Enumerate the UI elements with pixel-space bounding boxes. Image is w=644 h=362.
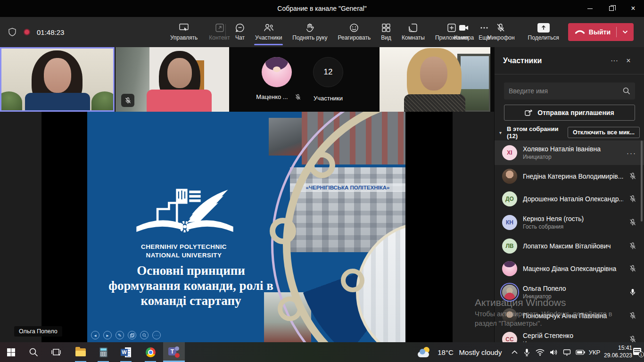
search-input[interactable] — [509, 87, 623, 95]
task-view-icon — [51, 348, 61, 356]
panel-close-icon[interactable]: × — [621, 57, 636, 65]
share-tray-icon — [537, 23, 550, 33]
participants-count: 12 — [324, 67, 333, 77]
participant-name: Маценко ... — [256, 93, 288, 100]
previous-slide-button[interactable]: ◂ — [91, 331, 99, 339]
weather-icon[interactable] — [417, 342, 433, 362]
language-indicator[interactable]: УКР — [586, 342, 603, 362]
close-button[interactable]: × — [622, 0, 644, 17]
mute-all-button[interactable]: Отключить все мик... — [568, 127, 640, 138]
calculator-button[interactable] — [92, 342, 114, 362]
participant-row[interactable]: ДО Дорошенко Наталія Олександр... — [495, 188, 644, 210]
chrome-button[interactable] — [140, 342, 161, 362]
manage-button[interactable]: Управлять — [166, 19, 202, 45]
university-logo — [131, 186, 239, 239]
zoom-button[interactable] — [140, 331, 149, 339]
word-button[interactable]: W — [115, 342, 137, 362]
content-button[interactable]: Контент — [205, 19, 234, 45]
camera-button[interactable]: Камера — [450, 19, 478, 45]
leave-options-button[interactable] — [617, 23, 634, 41]
participant-role: Инициатор — [523, 293, 623, 300]
tray-mic-icon[interactable] — [520, 342, 533, 362]
participant-row[interactable]: Гнедіна Катерина Володимирів... — [495, 165, 644, 188]
tray-wifi-icon[interactable] — [533, 342, 547, 362]
mic-muted-icon[interactable] — [629, 312, 636, 320]
minimize-button[interactable] — [579, 0, 601, 17]
participant-row[interactable]: ЛВ Лопатко Максим Віталійович — [495, 235, 644, 257]
mic-muted-icon[interactable] — [629, 219, 636, 226]
in-meeting-label: В этом собрании (12) — [507, 125, 568, 140]
participant-row[interactable]: Маценко Діана Олександрівна — [495, 257, 644, 280]
restore-button[interactable] — [601, 0, 622, 17]
view-button[interactable]: Вид — [377, 19, 396, 45]
notification-badge: 1 — [638, 352, 644, 357]
person-torso — [25, 93, 90, 112]
tray-cast-icon[interactable] — [560, 342, 573, 362]
minimize-icon — [587, 8, 593, 9]
mic-muted-icon[interactable] — [629, 265, 636, 272]
video-tile-speaker[interactable] — [0, 47, 115, 112]
video-thumbnails-strip: Маценко ... 12 Участники — [0, 47, 494, 112]
panel-scrollbar[interactable] — [641, 140, 643, 222]
weather-description[interactable]: Mostly cloudy — [455, 342, 505, 362]
participant-row[interactable]: КН Керноз Неля (гость) Гость собрания — [495, 210, 644, 235]
start-button[interactable] — [0, 342, 22, 362]
mic-on-icon[interactable] — [629, 288, 636, 296]
teams-button[interactable]: T — [163, 342, 185, 362]
leave-button[interactable]: Выйти — [568, 23, 634, 41]
avatar: ДО — [502, 191, 517, 206]
participant-search[interactable] — [504, 82, 635, 99]
clock[interactable]: 15:41 29.06.2023 — [604, 342, 632, 362]
participants-button[interactable]: Участники — [251, 19, 286, 45]
tray-speaker-icon[interactable] — [547, 342, 560, 362]
raise-hand-button[interactable]: Поднять руку — [288, 19, 331, 45]
overflow-count-circle[interactable]: 12 — [313, 57, 343, 87]
participant-name: Пономарчук Анна Павлівна — [523, 312, 623, 320]
window-title: Собрание в канале "General" — [277, 5, 366, 12]
mic-muted-icon[interactable] — [629, 195, 636, 203]
task-view-button[interactable] — [45, 342, 67, 362]
smiley-icon — [349, 23, 359, 33]
participant-row[interactable]: СС Сергій Степенко Инициатор — [495, 327, 644, 342]
presentation-slide[interactable]: «ЧЕРНІГІВСЬКА ПОЛІТЕХНІКА» — [87, 112, 405, 342]
calculator-icon — [99, 347, 107, 357]
avatar-initials: КН — [506, 219, 513, 226]
annotate-pen-button[interactable]: ✎ — [116, 331, 124, 339]
avatar[interactable] — [262, 57, 292, 87]
video-tile-participant[interactable] — [380, 47, 490, 112]
send-invite-button[interactable]: Отправка приглашения — [504, 105, 635, 121]
person-torso — [147, 90, 212, 112]
more-slide-options-button[interactable]: ··· — [152, 331, 161, 339]
next-slide-button[interactable]: ▸ — [103, 331, 112, 339]
mic-muted-icon[interactable] — [629, 336, 636, 342]
notification-center-button[interactable]: 1 — [632, 342, 644, 362]
windows-taskbar: W T 18°C Mostly cloudy — [0, 342, 644, 362]
video-tile-participant[interactable] — [116, 47, 229, 112]
meeting-toolbar: 01:48:23 Управлять Контент — [0, 17, 644, 47]
weather-temperature[interactable]: 18°C — [435, 342, 456, 362]
mic-muted-toolbar-icon — [496, 23, 505, 33]
participant-row[interactable]: Ольга Попело Инициатор — [495, 280, 644, 304]
share-button[interactable]: Поделиться — [524, 19, 563, 45]
mic-muted-icon[interactable] — [629, 242, 636, 250]
participant-row[interactable]: Пономарчук Анна Павлівна — [495, 304, 644, 327]
chat-button[interactable]: Чат — [231, 19, 249, 45]
mic-button[interactable]: Микрофон — [483, 19, 519, 45]
rooms-button[interactable]: Комнаты — [397, 19, 429, 45]
panel-more-options-icon[interactable]: ··· — [607, 57, 621, 65]
file-explorer-button[interactable] — [70, 342, 91, 362]
taskbar-search-button[interactable] — [23, 342, 44, 362]
notification-icon: 1 — [633, 348, 643, 356]
search-icon[interactable] — [623, 87, 630, 95]
tray-chevron-icon[interactable] — [508, 342, 520, 362]
participant-name: Лопатко Максим Віталійович — [523, 242, 623, 250]
participant-role: Инициатор — [523, 154, 621, 160]
slides-overview-button[interactable] — [128, 331, 136, 339]
row-more-options-icon[interactable]: ··· — [627, 149, 636, 157]
participant-row[interactable]: ХІ Холявко Наталія Іванівна Инициатор ··… — [495, 140, 644, 165]
title-bar: Собрание в канале "General" × — [0, 0, 644, 17]
tray-battery-icon[interactable] — [573, 342, 587, 362]
collapse-triangle-icon[interactable]: ▾ — [499, 130, 507, 135]
mic-muted-icon[interactable] — [629, 173, 636, 180]
react-button[interactable]: Реагировать — [334, 19, 375, 45]
